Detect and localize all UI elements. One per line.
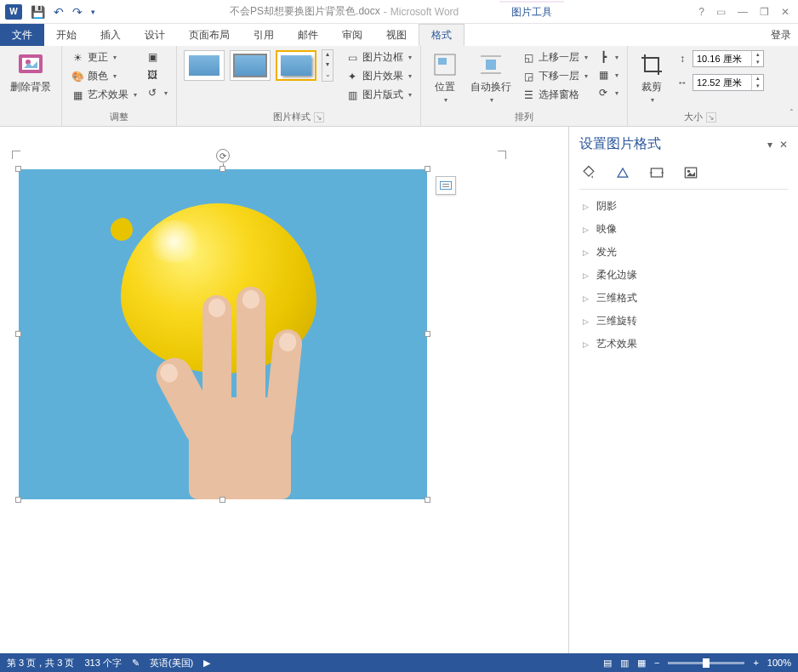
style-thumb-frame[interactable] (230, 50, 271, 81)
tab-home[interactable]: 开始 (44, 24, 88, 46)
format-picture-pane: 设置图片格式 ▾ ✕ ▷阴影 ▷映像 ▷发光 ▷柔化边缘 ▷三维格式 ▷三维旋转… (568, 127, 798, 653)
pane-item-reflection[interactable]: ▷映像 (574, 218, 793, 241)
read-mode-icon[interactable]: ▤ (603, 658, 612, 669)
collapse-ribbon-icon[interactable]: ˆ (790, 109, 793, 118)
selection-pane-button[interactable]: ☰选择窗格 (520, 87, 590, 103)
pane-item-3d-rotation[interactable]: ▷三维旋转 (574, 310, 793, 333)
zoom-thumb[interactable] (703, 658, 710, 668)
chevron-up-icon[interactable]: ▴ (322, 50, 333, 60)
resize-handle-tl[interactable] (15, 166, 21, 172)
tab-insert[interactable]: 插入 (88, 24, 133, 46)
chevron-down-icon[interactable]: ▾ (322, 60, 333, 71)
pane-close-icon[interactable]: ✕ (779, 139, 788, 151)
undo-icon[interactable]: ↶ (54, 5, 64, 19)
tab-format[interactable]: 格式 (419, 24, 465, 46)
resize-handle-tr[interactable] (425, 166, 430, 172)
pane-options-icon[interactable]: ▾ (767, 139, 772, 151)
help-icon[interactable]: ? (698, 6, 704, 18)
effects-icon[interactable] (613, 163, 632, 182)
spin-down-icon[interactable]: ▾ (752, 59, 763, 66)
height-spinner[interactable]: ▴▾ (693, 50, 764, 67)
document-canvas[interactable]: ⟳ (0, 127, 568, 653)
crop-button[interactable]: 裁剪▾ (635, 49, 669, 105)
restore-icon[interactable]: ❐ (760, 6, 769, 18)
selected-image[interactable]: ⟳ (19, 169, 427, 499)
spin-up-icon[interactable]: ▴ (752, 51, 763, 59)
height-icon: ↕ (675, 52, 689, 65)
page-indicator[interactable]: 第 3 页，共 3 页 (7, 657, 74, 669)
sign-in-link[interactable]: 登录 (764, 24, 798, 46)
spin-up-icon[interactable]: ▴ (752, 75, 763, 83)
artistic-effects-button[interactable]: ▦艺术效果▾ (69, 87, 139, 103)
web-layout-icon[interactable]: ▦ (637, 658, 646, 669)
corrections-button[interactable]: ☀更正▾ (69, 49, 139, 65)
reset-picture-button[interactable]: ↺▾ (144, 85, 169, 100)
zoom-out-button[interactable]: − (654, 658, 659, 668)
color-button[interactable]: 🎨颜色▾ (69, 68, 139, 84)
pane-item-glow[interactable]: ▷发光 (574, 241, 793, 264)
pane-item-3d-format[interactable]: ▷三维格式 (574, 287, 793, 310)
group-button[interactable]: ▦▾ (595, 67, 620, 83)
save-icon[interactable]: 💾 (31, 5, 45, 19)
layout-options-button[interactable] (436, 176, 456, 195)
picture-border-button[interactable]: ▭图片边框▾ (344, 49, 413, 65)
styles-dialog-launcher[interactable]: ↘ (314, 112, 324, 122)
ribbon-options-icon[interactable]: ▭ (716, 6, 726, 18)
picture-effects-button[interactable]: ✦图片效果▾ (344, 68, 413, 84)
position-button[interactable]: 位置▾ (428, 49, 462, 105)
tab-design[interactable]: 设计 (133, 24, 177, 46)
width-input[interactable] (693, 77, 751, 88)
language-indicator[interactable]: 英语(美国) (150, 657, 193, 669)
resize-handle-r[interactable] (425, 331, 430, 337)
gallery-expand-icon[interactable]: ⌄ (322, 71, 333, 81)
compress-pictures-button[interactable]: ▣ (144, 49, 169, 65)
remove-background-button[interactable]: 删除背景 (7, 49, 54, 96)
word-count[interactable]: 313 个字 (84, 657, 121, 669)
fill-line-icon[interactable] (579, 163, 598, 182)
page-margin-tr (498, 151, 506, 159)
rotate-handle[interactable]: ⟳ (216, 149, 230, 162)
style-thumb-shadow[interactable] (276, 50, 316, 81)
height-input[interactable] (693, 54, 751, 64)
tab-references[interactable]: 引用 (242, 24, 286, 46)
pane-item-shadow[interactable]: ▷阴影 (574, 195, 793, 218)
rotate-button[interactable]: ⟳▾ (595, 85, 620, 100)
print-layout-icon[interactable]: ▥ (620, 658, 629, 669)
picture-style-gallery[interactable]: ▴▾⌄ (184, 49, 333, 82)
spell-check-icon[interactable]: ✎ (132, 658, 140, 669)
send-backward-button[interactable]: ◲下移一层▾ (520, 68, 590, 84)
picture-layout-button[interactable]: ▥图片版式▾ (344, 87, 413, 103)
pane-item-artistic[interactable]: ▷艺术效果 (574, 333, 793, 356)
picture-props-icon[interactable] (681, 163, 700, 182)
resize-handle-b[interactable] (219, 497, 225, 503)
gallery-scroll[interactable]: ▴▾⌄ (322, 49, 333, 82)
tab-file[interactable]: 文件 (0, 24, 44, 46)
tab-mailings[interactable]: 邮件 (286, 24, 330, 46)
resize-handle-l[interactable] (15, 331, 21, 337)
macro-icon[interactable]: ▶ (203, 658, 210, 669)
bring-forward-button[interactable]: ◱上移一层▾ (520, 49, 590, 65)
width-spinner[interactable]: ▴▾ (693, 74, 764, 91)
zoom-slider[interactable] (668, 662, 744, 664)
change-picture-button[interactable]: 🖼 (144, 67, 169, 83)
layout-props-icon[interactable] (647, 163, 666, 182)
spin-down-icon[interactable]: ▾ (752, 83, 763, 90)
minimize-icon[interactable]: — (738, 6, 748, 18)
redo-icon[interactable]: ↷ (72, 5, 83, 19)
chevron-down-icon: ▾ (615, 89, 618, 97)
close-icon[interactable]: ✕ (781, 6, 789, 18)
wrap-text-button[interactable]: 自动换行▾ (467, 49, 515, 105)
tab-view[interactable]: 视图 (374, 24, 419, 46)
remove-bg-label: 删除背景 (10, 80, 51, 94)
resize-handle-bl[interactable] (15, 497, 21, 503)
resize-handle-t[interactable] (219, 166, 225, 172)
style-thumb-plain[interactable] (184, 50, 225, 81)
resize-handle-br[interactable] (425, 497, 430, 503)
zoom-level[interactable]: 100% (767, 658, 791, 668)
tab-page-layout[interactable]: 页面布局 (177, 24, 242, 46)
pane-item-soft-edges[interactable]: ▷柔化边缘 (574, 264, 793, 287)
align-button[interactable]: ┣▾ (595, 49, 620, 65)
zoom-in-button[interactable]: + (753, 658, 758, 668)
size-dialog-launcher[interactable]: ↘ (706, 112, 716, 122)
tab-review[interactable]: 审阅 (330, 24, 374, 46)
